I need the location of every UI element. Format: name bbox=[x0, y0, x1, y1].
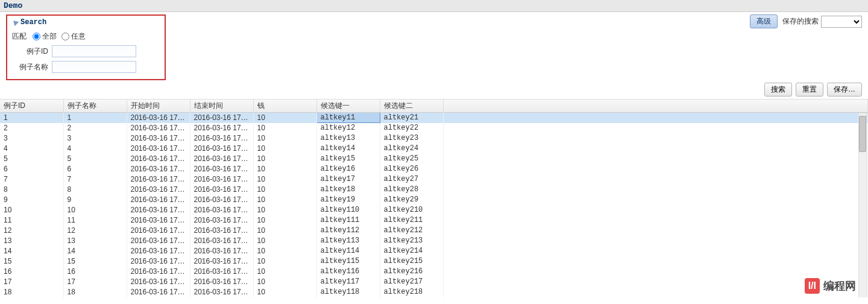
cell-start[interactable]: 2016-03-16 17:… bbox=[127, 205, 190, 215]
cell-money[interactable]: 10 bbox=[253, 267, 316, 277]
cell-alt1[interactable]: altkey14 bbox=[316, 144, 380, 154]
cell-alt1[interactable]: altkey113 bbox=[316, 236, 380, 246]
column-header[interactable]: 钱 bbox=[253, 100, 316, 113]
cell-id[interactable]: 2 bbox=[0, 123, 63, 133]
cell-money[interactable]: 10 bbox=[253, 154, 316, 164]
cell-alt1[interactable]: altkey117 bbox=[316, 277, 380, 287]
cell-alt2[interactable]: altkey24 bbox=[380, 144, 443, 154]
cell-alt1[interactable]: altkey115 bbox=[316, 256, 380, 267]
column-header[interactable]: 候选键二 bbox=[380, 100, 443, 113]
field-name-input[interactable] bbox=[52, 61, 136, 73]
cell-alt2[interactable]: altkey214 bbox=[380, 246, 443, 256]
cell-alt1[interactable]: altkey118 bbox=[316, 287, 380, 297]
table-row[interactable]: 772016-03-16 17:…2016-03-16 17:…10altkey… bbox=[0, 174, 868, 185]
reset-button[interactable]: 重置 bbox=[796, 83, 823, 97]
cell-end[interactable]: 2016-03-16 17:… bbox=[190, 205, 253, 215]
cell-money[interactable]: 10 bbox=[253, 256, 316, 267]
cell-money[interactable]: 10 bbox=[253, 195, 316, 205]
cell-id[interactable]: 14 bbox=[0, 246, 63, 256]
cell-alt2[interactable]: altkey25 bbox=[380, 154, 443, 164]
cell-alt2[interactable]: altkey210 bbox=[380, 205, 443, 215]
cell-end[interactable]: 2016-03-16 17:… bbox=[190, 246, 253, 256]
table-row[interactable]: 662016-03-16 17:…2016-03-16 17:…10altkey… bbox=[0, 164, 868, 174]
cell-alt2[interactable]: altkey212 bbox=[380, 226, 443, 236]
cell-alt2[interactable]: altkey211 bbox=[380, 215, 443, 226]
cell-start[interactable]: 2016-03-16 17:… bbox=[127, 267, 190, 277]
cell-start[interactable]: 2016-03-16 17:… bbox=[127, 246, 190, 256]
cell-alt2[interactable]: altkey218 bbox=[380, 287, 443, 297]
cell-id[interactable]: 16 bbox=[0, 267, 63, 277]
cell-money[interactable]: 10 bbox=[253, 215, 316, 226]
cell-alt1[interactable]: altkey12 bbox=[316, 123, 380, 133]
cell-end[interactable]: 2016-03-16 17:… bbox=[190, 164, 253, 174]
table-row[interactable]: 16162016-03-16 17:…2016-03-16 17:…10altk… bbox=[0, 267, 868, 277]
cell-name[interactable]: 14 bbox=[63, 246, 127, 256]
search-header[interactable]: Search bbox=[12, 18, 160, 27]
table-row[interactable]: 222016-03-16 17:…2016-03-16 17:…10altkey… bbox=[0, 123, 868, 133]
column-header[interactable]: 结束时间 bbox=[190, 100, 253, 113]
cell-start[interactable]: 2016-03-16 17:… bbox=[127, 277, 190, 287]
cell-id[interactable]: 7 bbox=[0, 174, 63, 185]
table-row[interactable]: 15152016-03-16 17:…2016-03-16 17:…10altk… bbox=[0, 256, 868, 267]
cell-id[interactable]: 10 bbox=[0, 205, 63, 215]
cell-end[interactable]: 2016-03-16 17:… bbox=[190, 256, 253, 267]
cell-name[interactable]: 7 bbox=[63, 174, 127, 185]
cell-money[interactable]: 10 bbox=[253, 113, 316, 123]
cell-alt2[interactable]: altkey217 bbox=[380, 277, 443, 287]
cell-money[interactable]: 10 bbox=[253, 164, 316, 174]
table-row[interactable]: 442016-03-16 17:…2016-03-16 17:…10altkey… bbox=[0, 144, 868, 154]
cell-money[interactable]: 10 bbox=[253, 246, 316, 256]
cell-name[interactable]: 10 bbox=[63, 205, 127, 215]
cell-name[interactable]: 4 bbox=[63, 144, 127, 154]
cell-start[interactable]: 2016-03-16 17:… bbox=[127, 236, 190, 246]
cell-start[interactable]: 2016-03-16 17:… bbox=[127, 185, 190, 195]
cell-name[interactable]: 17 bbox=[63, 277, 127, 287]
cell-alt2[interactable]: altkey215 bbox=[380, 256, 443, 267]
cell-id[interactable]: 4 bbox=[0, 144, 63, 154]
cell-id[interactable]: 17 bbox=[0, 277, 63, 287]
cell-alt2[interactable]: altkey22 bbox=[380, 123, 443, 133]
cell-end[interactable]: 2016-03-16 17:… bbox=[190, 226, 253, 236]
cell-end[interactable]: 2016-03-16 17:… bbox=[190, 154, 253, 164]
cell-alt1[interactable]: altkey110 bbox=[316, 205, 380, 215]
table-row[interactable]: 13132016-03-16 17:…2016-03-16 17:…10altk… bbox=[0, 236, 868, 246]
cell-alt1[interactable]: altkey17 bbox=[316, 174, 380, 185]
table-row[interactable]: 552016-03-16 17:…2016-03-16 17:…10altkey… bbox=[0, 154, 868, 164]
cell-end[interactable]: 2016-03-16 17:… bbox=[190, 215, 253, 226]
table-row[interactable]: 882016-03-16 17:…2016-03-16 17:…10altkey… bbox=[0, 185, 868, 195]
cell-alt2[interactable]: altkey21 bbox=[380, 113, 443, 123]
cell-alt1[interactable]: altkey114 bbox=[316, 246, 380, 256]
cell-id[interactable]: 1 bbox=[0, 113, 63, 123]
cell-start[interactable]: 2016-03-16 17:… bbox=[127, 113, 190, 123]
cell-name[interactable]: 12 bbox=[63, 226, 127, 236]
cell-name[interactable]: 5 bbox=[63, 154, 127, 164]
cell-end[interactable]: 2016-03-16 17:… bbox=[190, 133, 253, 144]
cell-alt1[interactable]: altkey11 bbox=[316, 113, 380, 123]
cell-alt2[interactable]: altkey27 bbox=[380, 174, 443, 185]
cell-alt1[interactable]: altkey16 bbox=[316, 164, 380, 174]
cell-alt1[interactable]: altkey116 bbox=[316, 267, 380, 277]
cell-name[interactable]: 11 bbox=[63, 215, 127, 226]
cell-id[interactable]: 12 bbox=[0, 226, 63, 236]
cell-money[interactable]: 10 bbox=[253, 236, 316, 246]
cell-start[interactable]: 2016-03-16 17:… bbox=[127, 195, 190, 205]
cell-start[interactable]: 2016-03-16 17:… bbox=[127, 123, 190, 133]
cell-money[interactable]: 10 bbox=[253, 144, 316, 154]
field-id-input[interactable] bbox=[52, 45, 136, 57]
cell-end[interactable]: 2016-03-16 17:… bbox=[190, 267, 253, 277]
table-row[interactable]: 18182016-03-16 17:…2016-03-16 17:…10altk… bbox=[0, 287, 868, 297]
cell-start[interactable]: 2016-03-16 17:… bbox=[127, 256, 190, 267]
cell-money[interactable]: 10 bbox=[253, 277, 316, 287]
search-button[interactable]: 搜索 bbox=[764, 83, 792, 97]
table-row[interactable]: 14142016-03-16 17:…2016-03-16 17:…10altk… bbox=[0, 246, 868, 256]
cell-alt1[interactable]: altkey19 bbox=[316, 195, 380, 205]
cell-id[interactable]: 8 bbox=[0, 185, 63, 195]
cell-end[interactable]: 2016-03-16 17:… bbox=[190, 277, 253, 287]
cell-money[interactable]: 10 bbox=[253, 185, 316, 195]
cell-alt2[interactable]: altkey29 bbox=[380, 195, 443, 205]
cell-name[interactable]: 13 bbox=[63, 236, 127, 246]
cell-alt2[interactable]: altkey28 bbox=[380, 185, 443, 195]
cell-name[interactable]: 9 bbox=[63, 195, 127, 205]
cell-alt2[interactable]: altkey23 bbox=[380, 133, 443, 144]
column-header[interactable]: 例子ID bbox=[0, 100, 63, 113]
